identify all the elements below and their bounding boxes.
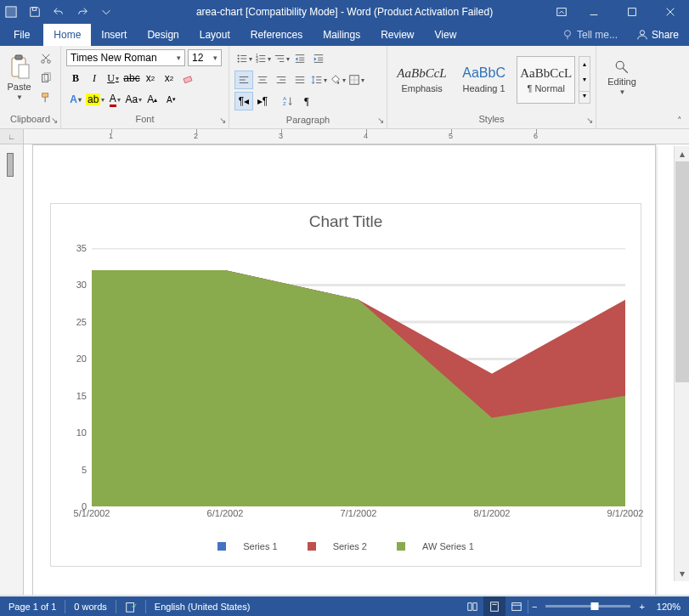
svg-line-17 xyxy=(42,54,48,60)
underline-button[interactable]: U▾ xyxy=(104,69,122,88)
tab-insert[interactable]: Insert xyxy=(91,24,137,46)
chart-y-axis: 0 5 10 15 20 25 30 35 xyxy=(51,248,92,506)
copy-button[interactable] xyxy=(37,69,55,88)
styles-dialog-launcher[interactable]: ↘ xyxy=(586,115,593,127)
zoom-level[interactable]: 120% xyxy=(648,596,689,616)
maximize-button[interactable] xyxy=(613,0,651,24)
clear-formatting-button[interactable] xyxy=(178,69,197,88)
align-center-button[interactable] xyxy=(253,71,272,89)
subscript-button[interactable]: x2 xyxy=(141,69,160,88)
format-painter-button[interactable] xyxy=(37,88,55,107)
scrollbar-vertical[interactable]: ▴ ▾ xyxy=(674,146,689,581)
ruler-row: ∟ 1 2 3 4 5 6 xyxy=(0,129,689,144)
view-read-mode[interactable] xyxy=(461,596,483,616)
ribbon-display-options-icon[interactable] xyxy=(549,0,574,24)
align-right-button[interactable] xyxy=(272,71,291,89)
numbering-button[interactable]: 123▾ xyxy=(253,49,272,68)
sort-button[interactable]: AZ xyxy=(279,92,297,110)
font-color-button[interactable]: A▾ xyxy=(105,90,124,109)
styles-gallery-scroll[interactable]: ▴ ▾ ▾ xyxy=(579,56,590,104)
increase-indent-button[interactable] xyxy=(309,49,328,68)
y-tick: 35 xyxy=(76,243,87,253)
status-language[interactable]: English (United States) xyxy=(146,596,259,616)
ribbon: Paste ▼ Clipboard↘ Times New Roman▾ 12▾ … xyxy=(0,46,689,129)
scroll-thumb[interactable] xyxy=(675,161,689,382)
font-dialog-launcher[interactable]: ↘ xyxy=(219,115,226,127)
editing-button[interactable]: Editing ▼ xyxy=(605,49,639,105)
text-effects-button[interactable]: A▾ xyxy=(66,90,85,109)
tell-me-search[interactable]: Tell me... xyxy=(553,29,626,41)
zoom-slider[interactable] xyxy=(545,605,630,608)
ltr-button[interactable]: ¶◂ xyxy=(234,92,253,110)
minimize-button[interactable] xyxy=(574,0,613,24)
clipboard-dialog-launcher[interactable]: ↘ xyxy=(51,115,58,127)
share-button[interactable]: Share xyxy=(626,29,689,41)
shading-button[interactable]: ▾ xyxy=(328,71,347,89)
superscript-button[interactable]: x2 xyxy=(160,69,178,88)
qat-customize-icon[interactable] xyxy=(97,3,116,21)
paste-button[interactable]: Paste ▼ xyxy=(5,49,33,105)
align-left-button[interactable] xyxy=(234,71,253,89)
document-scroll[interactable]: Chart Title 0 5 10 15 20 25 30 35 xyxy=(24,144,689,595)
find-icon xyxy=(614,59,630,75)
tab-selector[interactable]: ∟ xyxy=(0,129,24,144)
italic-button[interactable]: I xyxy=(85,69,104,88)
borders-button[interactable]: ▾ xyxy=(347,71,365,89)
font-name-select[interactable]: Times New Roman▾ xyxy=(66,49,185,66)
highlight-button[interactable]: ab▾ xyxy=(85,90,105,109)
ruler-margin-handle[interactable] xyxy=(7,153,14,177)
tab-mailings[interactable]: Mailings xyxy=(313,24,370,46)
tab-design[interactable]: Design xyxy=(137,24,189,46)
chart-title: Chart Title xyxy=(51,204,641,236)
tab-view[interactable]: View xyxy=(425,24,467,46)
strikethrough-button[interactable]: abc xyxy=(122,69,141,88)
y-tick: 15 xyxy=(76,391,87,401)
font-size-select[interactable]: 12▾ xyxy=(188,49,222,66)
shrink-font-button[interactable]: A▾ xyxy=(161,90,180,109)
tab-file[interactable]: File xyxy=(0,24,43,46)
style-normal[interactable]: AaBbCcL ¶ Normal xyxy=(517,56,575,104)
zoom-out-button[interactable]: − xyxy=(528,596,540,616)
show-marks-button[interactable]: ¶ xyxy=(297,92,316,110)
zoom-in-button[interactable]: + xyxy=(635,596,647,616)
legend-label: Series 2 xyxy=(333,541,367,551)
cut-button[interactable] xyxy=(37,49,55,68)
change-case-button[interactable]: Aa▾ xyxy=(124,90,143,109)
line-spacing-button[interactable]: ▾ xyxy=(309,71,328,89)
multilevel-list-button[interactable]: ▾ xyxy=(272,49,291,68)
status-words[interactable]: 0 words xyxy=(65,596,116,616)
app-icon xyxy=(2,3,20,21)
view-web-layout[interactable] xyxy=(505,596,528,616)
style-emphasis[interactable]: AaBbCcL Emphasis xyxy=(393,56,451,104)
x-tick: 9/1/2002 xyxy=(607,508,644,518)
bold-button[interactable]: B xyxy=(66,69,85,88)
y-tick: 10 xyxy=(76,427,87,438)
justify-button[interactable] xyxy=(291,71,309,89)
save-icon[interactable] xyxy=(25,3,44,21)
tab-home[interactable]: Home xyxy=(43,24,91,46)
close-button[interactable] xyxy=(651,0,689,24)
decrease-indent-button[interactable] xyxy=(291,49,309,68)
tab-layout[interactable]: Layout xyxy=(189,24,240,46)
status-proofing[interactable] xyxy=(116,596,145,616)
scroll-down-button[interactable]: ▾ xyxy=(675,566,689,581)
paragraph-dialog-launcher[interactable]: ↘ xyxy=(377,115,384,127)
scroll-up-button[interactable]: ▴ xyxy=(675,146,689,161)
tab-references[interactable]: References xyxy=(240,24,313,46)
bullets-button[interactable]: ▾ xyxy=(234,49,253,68)
status-page[interactable]: Page 1 of 1 xyxy=(0,596,65,616)
svg-point-66 xyxy=(616,61,624,69)
zoom-slider-thumb[interactable] xyxy=(591,602,599,610)
view-print-layout[interactable] xyxy=(483,596,505,616)
style-heading1[interactable]: AaBbC Heading 1 xyxy=(455,56,513,104)
grow-font-button[interactable]: A▴ xyxy=(143,90,161,109)
tab-review[interactable]: Review xyxy=(370,24,424,46)
undo-icon[interactable] xyxy=(49,3,68,21)
rtl-button[interactable]: ▸¶ xyxy=(253,92,272,110)
collapse-ribbon-button[interactable]: ˄ xyxy=(674,114,686,128)
chart-object[interactable]: Chart Title 0 5 10 15 20 25 30 35 xyxy=(50,203,641,567)
ruler-vertical[interactable] xyxy=(0,144,24,595)
ruler-horizontal[interactable]: 1 2 3 4 5 6 xyxy=(24,129,689,144)
redo-icon[interactable] xyxy=(73,3,92,21)
x-tick: 7/1/2002 xyxy=(341,508,377,518)
